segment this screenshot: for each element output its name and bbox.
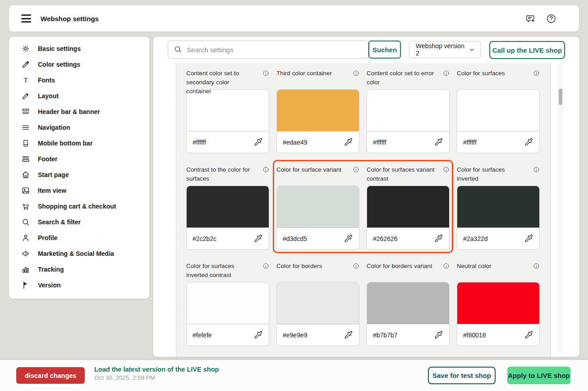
- info-icon[interactable]: [353, 70, 359, 77]
- sidebar-item-label: Navigation: [38, 124, 70, 131]
- sidebar-item-tracking[interactable]: Tracking: [9, 261, 149, 277]
- color-card-footer: #f80018: [457, 324, 539, 346]
- sidebar-item-navigation[interactable]: Navigation: [9, 119, 149, 135]
- color-swatch[interactable]: [457, 90, 539, 132]
- eyedropper-icon[interactable]: [344, 331, 353, 339]
- color-swatch[interactable]: [367, 282, 449, 324]
- color-grid-row: Content color set to secondary color con…: [186, 69, 551, 153]
- image-icon: [21, 186, 30, 195]
- color-card: #2c2b2c: [186, 186, 269, 250]
- sidebar-item-mobile-bottom-bar[interactable]: Mobile bottom bar: [9, 135, 149, 151]
- scrollbar-thumb[interactable]: [559, 89, 562, 105]
- hamburger-menu-icon[interactable]: [21, 13, 32, 24]
- color-card: #e9e9e9: [276, 282, 359, 346]
- load-live-version-link[interactable]: Load the latest version of the LIVE shop…: [94, 366, 219, 381]
- eyedropper-icon[interactable]: [254, 138, 262, 146]
- color-setting-header: Color for surface variant: [276, 165, 359, 183]
- info-icon[interactable]: [262, 70, 269, 77]
- color-card: #f80018: [457, 282, 540, 346]
- color-swatch[interactable]: [187, 282, 269, 324]
- info-icon[interactable]: [533, 263, 540, 269]
- color-card-footer: #2c2b2c: [187, 228, 269, 249]
- feedback-icon[interactable]: [525, 14, 536, 24]
- color-hex-value: #262626: [373, 235, 398, 242]
- color-swatch[interactable]: [277, 282, 359, 324]
- color-swatch[interactable]: [187, 186, 269, 228]
- chevron-down-icon: [469, 46, 475, 53]
- sidebar-item-label: Basic settings: [38, 45, 81, 52]
- sidebar-item-label: Start page: [38, 171, 69, 178]
- sidebar-item-fonts[interactable]: TFonts: [9, 72, 149, 88]
- color-swatch[interactable]: [457, 186, 539, 228]
- color-setting-label: Color for surface variant: [276, 165, 341, 183]
- sidebar-item-shopping-cart-checkout[interactable]: Shopping cart & checkout: [9, 198, 149, 214]
- info-icon[interactable]: [533, 70, 540, 77]
- sidebar-item-profile[interactable]: Profile: [9, 230, 149, 246]
- color-setting-label: Contrast to the color for surfaces: [186, 165, 255, 183]
- sidebar-item-basic-settings[interactable]: Basic settings: [9, 41, 149, 56]
- info-icon[interactable]: [533, 166, 540, 173]
- eyedropper-icon[interactable]: [254, 331, 262, 339]
- color-hex-value: #b7b7b7: [373, 332, 398, 339]
- color-setting-content-color-set-to-secondary-color-container: Content color set to secondary color con…: [186, 69, 269, 153]
- eyedropper-icon[interactable]: [344, 234, 353, 243]
- info-icon[interactable]: [262, 166, 269, 173]
- sidebar-item-start-page[interactable]: Start page: [9, 167, 149, 182]
- color-hex-value: #fefefe: [193, 332, 212, 339]
- help-icon[interactable]: [546, 14, 556, 24]
- color-setting-color-for-surfaces: Color for surfaces#ffffff: [457, 69, 540, 153]
- color-setting-label: Third color container: [276, 69, 332, 87]
- user-icon: [21, 233, 30, 242]
- eyedropper-icon[interactable]: [524, 234, 533, 243]
- sidebar-item-search-filter[interactable]: Search & filter: [9, 214, 149, 230]
- save-for-test-shop-button[interactable]: Save for test shop: [428, 367, 496, 384]
- search-button[interactable]: Suchen: [368, 41, 401, 59]
- sidebar-item-color-settings[interactable]: Color settings: [9, 56, 149, 72]
- info-icon[interactable]: [353, 166, 359, 173]
- sidebar-item-marketing-social-media[interactable]: Marketing & Social Media: [9, 246, 149, 261]
- info-icon[interactable]: [443, 263, 450, 269]
- discard-changes-button[interactable]: discard changes: [16, 367, 85, 384]
- color-setting-content-color-set-to-error-color: Content color set to error color#ffffff: [367, 69, 450, 153]
- sidebar-item-layout[interactable]: Layout: [9, 88, 149, 104]
- eyedropper-icon[interactable]: [254, 234, 262, 243]
- sidebar-item-footer[interactable]: Footer: [9, 151, 149, 167]
- info-icon[interactable]: [443, 166, 450, 173]
- scrollbar-track[interactable]: [557, 63, 564, 354]
- color-hex-value: #f80018: [463, 332, 486, 339]
- gear-icon: [21, 44, 30, 53]
- footer-icon: [21, 155, 30, 164]
- color-swatch[interactable]: [367, 186, 449, 228]
- info-icon[interactable]: [353, 263, 359, 269]
- sidebar-item-item-view[interactable]: Item view: [9, 182, 149, 198]
- info-icon[interactable]: [262, 263, 269, 269]
- color-swatch[interactable]: [277, 90, 359, 132]
- webshop-version-select[interactable]: Webshop version 2: [409, 41, 481, 58]
- sidebar-item-version[interactable]: Version: [9, 277, 149, 293]
- color-card: #262626: [367, 186, 450, 250]
- eyedropper-icon[interactable]: [524, 331, 533, 339]
- color-card: #2a322d: [457, 186, 540, 250]
- color-swatch[interactable]: [277, 186, 359, 228]
- sidebar-item-header-bar-banner[interactable]: Header bar & banner: [9, 104, 149, 119]
- color-swatch[interactable]: [457, 282, 539, 324]
- webshop-version-value: Webshop version 2: [416, 42, 469, 57]
- sidebar-item-label: Fonts: [38, 77, 55, 84]
- eyedropper-icon[interactable]: [344, 138, 353, 146]
- eyedropper-icon[interactable]: [434, 138, 443, 146]
- eyedropper-icon[interactable]: [524, 138, 533, 146]
- color-swatch[interactable]: [367, 90, 449, 132]
- search-input[interactable]: [168, 41, 368, 59]
- info-icon[interactable]: [443, 70, 450, 77]
- call-up-live-shop-button[interactable]: Call up the LIVE shop: [489, 41, 565, 59]
- color-setting-color-for-borders: Color for borders#e9e9e9: [276, 262, 359, 346]
- sidebar-item-label: Footer: [38, 155, 58, 163]
- eyedropper-icon[interactable]: [434, 234, 443, 243]
- color-card-footer: #b7b7b7: [367, 324, 449, 346]
- color-hex-value: #ffffff: [373, 139, 386, 146]
- color-setting-color-for-surface-variant: Color for surface variant#d3dcd5: [276, 165, 359, 250]
- eyedropper-icon[interactable]: [434, 331, 443, 339]
- settings-scroll-area: Content color set to secondary color con…: [176, 63, 551, 357]
- apply-to-live-shop-button[interactable]: Apply to LIVE shop: [507, 367, 570, 384]
- search-icon: [174, 45, 182, 54]
